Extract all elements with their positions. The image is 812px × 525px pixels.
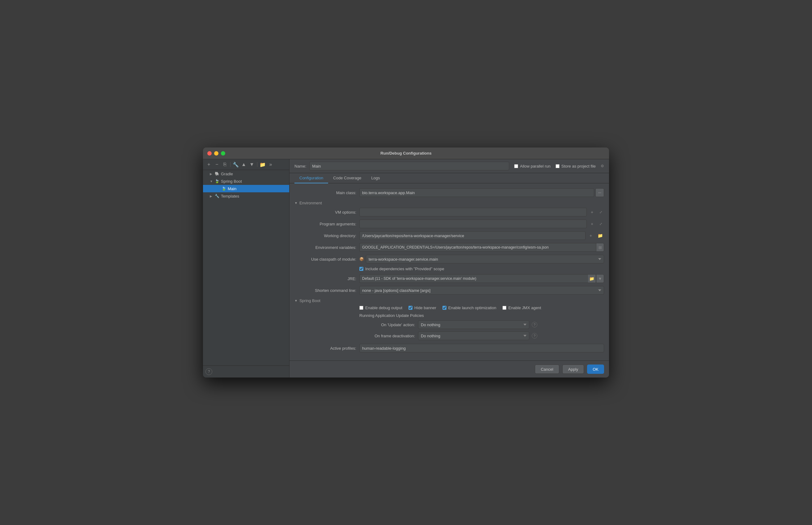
add-config-button[interactable]: + [205,161,212,168]
sidebar-toolbar: + − ⎘ 🔧 ▲ ▼ � [203,159,289,170]
tab-code-coverage[interactable]: Code Coverage [328,173,366,183]
enable-launch-checkbox[interactable] [442,306,447,310]
settings-button[interactable]: 🔧 [232,161,239,168]
more-button[interactable]: » [267,161,274,168]
on-update-help-icon[interactable]: ? [532,322,537,327]
store-settings-icon[interactable]: ⚙ [601,164,604,168]
environment-section: ▼ Environment VM options: + ⤢ [295,201,604,252]
store-project-checkbox[interactable] [556,164,560,168]
spring-boot-section-label: Spring Boot [299,298,321,303]
vm-options-row: VM options: + ⤢ [295,208,604,216]
on-update-label: On 'Update' action: [359,322,415,327]
hide-banner-checkbox[interactable] [408,306,412,310]
store-project-checkbox-row[interactable]: Store as project file [556,164,596,168]
apply-button[interactable]: Apply [562,364,584,374]
jre-display: Default (11 - SDK of 'terra-workspace-ma… [359,274,588,283]
jre-group: Default (11 - SDK of 'terra-workspace-ma… [359,274,604,283]
allow-parallel-label: Allow parallel run [520,164,551,168]
gradle-arrow-icon: ▶ [210,172,214,176]
allow-parallel-checkbox-row[interactable]: Allow parallel run [514,164,551,168]
on-frame-help-icon[interactable]: ? [532,333,537,339]
active-profiles-input[interactable] [359,344,604,352]
ok-button[interactable]: OK [587,364,604,374]
env-vars-group: GOOGLE_APPLICATION_CREDENTIALS=/Users/ja… [359,243,604,252]
name-row: Name: [295,162,509,170]
on-update-select[interactable]: Do nothing [418,320,529,329]
sidebar-bottom: ? [203,365,289,377]
sidebar-item-templates[interactable]: ▶ 🔧 Templates [203,192,289,200]
content-area: Name: Allow parallel run Store as projec… [290,159,609,377]
enable-launch-checkbox-row[interactable]: Enable launch optimization [442,305,496,310]
run-debug-window: Run/Debug Configurations + − ⎘ 🔧 [203,148,609,377]
active-profiles-row: Active profiles: [295,344,604,352]
vm-options-label: VM options: [295,210,356,214]
on-frame-select[interactable]: Do nothing [418,331,529,340]
include-deps-checkbox[interactable] [359,267,363,271]
program-args-expand-icon[interactable]: ⤢ [597,221,604,227]
remove-config-button[interactable]: − [214,161,220,168]
tab-configuration-label: Configuration [299,176,323,180]
main-config-icon: 🍃 [221,186,227,191]
tab-logs[interactable]: Logs [366,173,385,183]
gradle-icon: 🐘 [214,171,220,177]
include-deps-checkbox-row[interactable]: Include dependencies with "Provided" sco… [359,267,444,271]
active-profiles-label: Active profiles: [295,346,356,350]
main-class-input-group: bio.terra.workspace.app.Main ··· [359,188,604,197]
footer: Cancel Apply OK [290,361,609,377]
wrench-icon: 🔧 [233,162,239,168]
sidebar: + − ⎘ 🔧 ▲ ▼ � [203,159,290,377]
program-args-add-icon[interactable]: + [588,220,596,228]
jre-folder-icon[interactable]: 📁 [588,274,596,283]
working-dir-add-icon[interactable]: + [587,231,595,240]
sort-up-button[interactable]: ▲ [240,161,247,168]
jre-row: JRE: Default (11 - SDK of 'terra-workspa… [295,274,604,283]
spring-boot-icon: 🍃 [214,178,220,184]
enable-launch-label: Enable launch optimization [448,305,496,310]
name-input[interactable] [309,162,509,170]
allow-parallel-checkbox[interactable] [514,164,518,168]
working-dir-display: /Users/jaycarlton/repos/terra-workspace-… [359,231,585,240]
folder-icon: 📁 [260,162,266,168]
sidebar-item-gradle[interactable]: ▶ 🐘 Gradle [203,170,289,178]
main-class-browse-button[interactable]: ··· [595,188,604,197]
main-class-row: Main class: bio.terra.workspace.app.Main… [295,188,604,197]
sort-down-button[interactable]: ▼ [248,161,255,168]
hide-banner-checkbox-row[interactable]: Hide banner [408,305,436,310]
minimize-button[interactable] [214,151,218,155]
env-vars-label: Environment variables: [295,245,356,250]
spring-boot-checkboxes: Enable debug output Hide banner Enable l… [359,305,604,310]
folder-button[interactable]: 📁 [259,161,266,168]
vm-options-expand-icon[interactable]: ⤢ [597,209,604,215]
classpath-label: Use classpath of module: [295,257,356,261]
jre-dropdown-icon[interactable]: ▼ [596,274,604,283]
program-args-row: Program arguments: + ⤢ [295,220,604,228]
program-args-input[interactable] [359,220,587,228]
env-collapse-icon[interactable]: ▼ [295,201,298,205]
main-layout: + − ⎘ 🔧 ▲ ▼ � [203,159,609,377]
enable-debug-checkbox[interactable] [359,306,363,310]
sidebar-item-spring-boot[interactable]: ▼ 🍃 Spring Boot [203,178,289,185]
classpath-group: 📦 terra-workspace-manager.service.main [359,255,604,264]
close-button[interactable] [207,151,212,155]
environment-title: Environment [299,201,322,205]
shorten-cmd-select[interactable]: none - java [options] className [args] [359,286,604,295]
copy-config-button[interactable]: ⎘ [221,161,228,168]
tab-configuration[interactable]: Configuration [295,173,328,183]
vm-options-input[interactable] [359,208,587,216]
separator-2 [257,162,257,167]
sidebar-item-main[interactable]: 🍃 Main [203,185,289,192]
enable-debug-checkbox-row[interactable]: Enable debug output [359,305,402,310]
help-button[interactable]: ? [205,368,212,375]
program-args-group: + ⤢ [359,220,604,228]
templates-arrow-icon: ▶ [210,194,214,198]
enable-jmx-checkbox-row[interactable]: Enable JMX agent [502,305,541,310]
classpath-select[interactable]: terra-workspace-manager.service.main [366,255,604,264]
working-dir-folder-icon[interactable]: 📁 [596,231,604,240]
spring-boot-collapse-icon[interactable]: ▼ [295,299,298,302]
enable-jmx-checkbox[interactable] [502,306,506,310]
env-vars-row: Environment variables: GOOGLE_APPLICATIO… [295,243,604,252]
maximize-button[interactable] [221,151,225,155]
env-vars-expand-button[interactable]: ⊞ [596,243,604,252]
cancel-button[interactable]: Cancel [535,364,559,374]
vm-options-add-icon[interactable]: + [588,208,596,216]
